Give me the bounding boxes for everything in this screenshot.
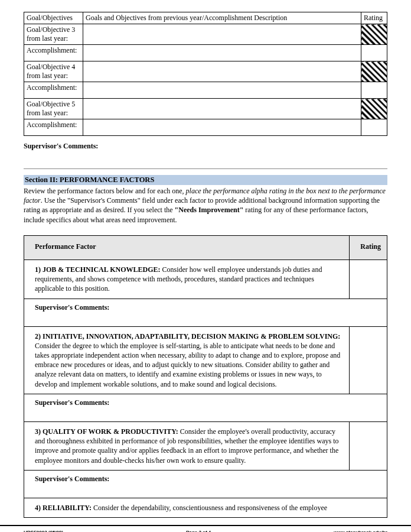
pf-rating-cell[interactable] <box>350 326 387 394</box>
accomplishment-rating-cell[interactable] <box>361 82 387 99</box>
accomplishment-rating-cell[interactable] <box>361 119 387 136</box>
accomplishment-row: Accomplishment: <box>24 45 387 61</box>
goal-rating-hatched <box>361 99 387 119</box>
supervisor-comments-section1: Supervisor's Comments: <box>24 142 387 151</box>
pf-rating-cell[interactable] <box>350 422 387 471</box>
accomplishment-description-cell[interactable] <box>83 45 361 61</box>
pf-factor-title: 2) INITIATIVE, INNOVATION, ADAPTABILITY,… <box>35 332 340 340</box>
section-divider <box>24 168 387 169</box>
goal-row: Goal/Objective 4 from last year: <box>24 61 387 82</box>
page-content: Goal/Objectives Goals and Objectives fro… <box>0 0 411 524</box>
pf-factor-desc: Consider the dependability, conscientiou… <box>93 504 327 512</box>
intro-text: Review the performance factors below and… <box>24 187 186 195</box>
pf-factor-desc: Consider the degree to which the employe… <box>35 342 340 388</box>
accomplishment-label: Accomplishment: <box>24 45 83 61</box>
goal-label: Goal/Objective 4 from last year: <box>24 61 83 82</box>
goals-header-row: Goal/Objectives Goals and Objectives fro… <box>24 12 387 24</box>
goals-header-rating: Rating <box>361 12 387 24</box>
pf-comments-row: Supervisor's Comments: <box>24 299 387 326</box>
goal-rating-hatched <box>361 61 387 82</box>
pf-factor-cell: 1) JOB & TECHNICAL KNOWLEDGE: Consider h… <box>24 259 350 299</box>
intro-bold: "Needs Improvement" <box>175 206 244 214</box>
goal-label: Goal/Objective 3 from last year: <box>24 24 83 45</box>
pf-factor-title: 1) JOB & TECHNICAL KNOWLEDGE: <box>35 265 162 274</box>
goals-header-objectives: Goal/Objectives <box>24 12 83 24</box>
pf-comments-cell[interactable]: Supervisor's Comments: <box>24 299 387 326</box>
pf-factor-cell: 4) RELIABILITY: Consider the dependabili… <box>24 498 387 517</box>
accomplishment-label: Accomplishment: <box>24 119 83 136</box>
pf-factor-title: 3) QUALITY OF WORK & PRODUCTIVITY: <box>35 427 180 436</box>
page-footer: HRSF0002 (05/09) Page 2 of 4 www.stonybr… <box>0 525 411 532</box>
accomplishment-row: Accomplishment: <box>24 119 387 136</box>
pf-header-factor: Performance Factor <box>24 235 350 259</box>
goal-row: Goal/Objective 3 from last year: <box>24 24 387 45</box>
section2-header: Section II: PERFORMANCE FACTORS <box>24 175 387 185</box>
footer-page-number: Page 2 of 4 <box>186 530 211 532</box>
pf-factor-row: 2) INITIATIVE, INNOVATION, ADAPTABILITY,… <box>24 326 387 394</box>
accomplishment-description-cell[interactable] <box>83 119 361 136</box>
accomplishment-rating-cell[interactable] <box>361 45 387 61</box>
pf-factor-cell: 2) INITIATIVE, INNOVATION, ADAPTABILITY,… <box>24 326 350 394</box>
accomplishment-description-cell[interactable] <box>83 82 361 99</box>
pf-comments-cell[interactable]: Supervisor's Comments: <box>24 470 387 498</box>
performance-factors-table: Performance Factor Rating 1) JOB & TECHN… <box>24 235 387 518</box>
pf-factor-title: 4) RELIABILITY: <box>35 504 93 512</box>
goal-description-cell[interactable] <box>83 24 361 45</box>
pf-header-rating: Rating <box>350 235 387 259</box>
pf-factor-row: 3) QUALITY OF WORK & PRODUCTIVITY: Consi… <box>24 422 387 471</box>
pf-comments-cell[interactable]: Supervisor's Comments: <box>24 394 387 421</box>
pf-comments-row: Supervisor's Comments: <box>24 394 387 421</box>
accomplishment-label: Accomplishment: <box>24 82 83 99</box>
pf-header-row: Performance Factor Rating <box>24 235 387 259</box>
goals-table: Goal/Objectives Goals and Objectives fro… <box>24 12 387 136</box>
pf-factor-row: 4) RELIABILITY: Consider the dependabili… <box>24 498 387 517</box>
goal-row: Goal/Objective 5 from last year: <box>24 99 387 119</box>
pf-factor-cell: 3) QUALITY OF WORK & PRODUCTIVITY: Consi… <box>24 422 350 471</box>
goal-description-cell[interactable] <box>83 99 361 119</box>
footer-url: www.stonybrook.edu/hr <box>334 530 387 532</box>
pf-factor-row: 1) JOB & TECHNICAL KNOWLEDGE: Consider h… <box>24 259 387 299</box>
goal-rating-hatched <box>361 24 387 45</box>
accomplishment-row: Accomplishment: <box>24 82 387 99</box>
footer-form-id: HRSF0002 (05/09) <box>24 530 63 532</box>
goals-header-description: Goals and Objectives from previous year/… <box>83 12 361 24</box>
pf-rating-cell[interactable] <box>350 259 387 299</box>
goal-label: Goal/Objective 5 from last year: <box>24 99 83 119</box>
section2-intro: Review the performance factors below and… <box>24 186 387 225</box>
pf-comments-row: Supervisor's Comments: <box>24 470 387 498</box>
goal-description-cell[interactable] <box>83 61 361 82</box>
